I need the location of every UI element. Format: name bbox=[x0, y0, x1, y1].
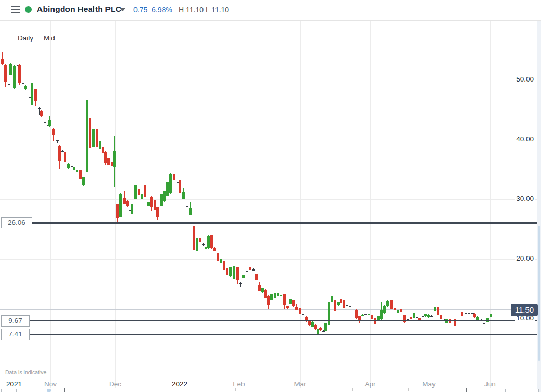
candle-down bbox=[226, 268, 228, 275]
candle-up bbox=[99, 141, 101, 149]
candle-up bbox=[141, 194, 143, 199]
candle-down bbox=[52, 129, 55, 135]
x-axis-label: Jun bbox=[484, 380, 496, 388]
candle-doji bbox=[202, 244, 205, 245]
v-gridline bbox=[370, 21, 371, 388]
candle-up bbox=[163, 191, 166, 201]
candle-down bbox=[96, 129, 98, 146]
candle-up bbox=[368, 314, 370, 315]
candle-down bbox=[173, 174, 175, 181]
candle-down bbox=[4, 65, 7, 82]
candle-down bbox=[340, 299, 342, 303]
candle-up bbox=[270, 294, 273, 300]
candle-up bbox=[169, 174, 172, 194]
candle-down bbox=[334, 300, 336, 311]
bottom-axis-tick bbox=[235, 388, 236, 391]
candle-up bbox=[131, 204, 133, 214]
x-axis-label: Apr bbox=[364, 380, 375, 388]
candle-doji bbox=[239, 283, 242, 284]
x-axis-label: 2021 bbox=[6, 380, 22, 388]
candle-down bbox=[286, 306, 289, 309]
candle-doji bbox=[346, 305, 348, 306]
candle-up bbox=[13, 66, 16, 89]
menu-icon[interactable] bbox=[11, 6, 20, 13]
candlestick-chart[interactable]: 2021NovDec2022FebMarAprMayJun50.0040.003… bbox=[0, 0, 541, 392]
candle-down bbox=[473, 314, 476, 317]
candle-down bbox=[156, 207, 159, 217]
chevron-down-icon[interactable] bbox=[120, 8, 125, 11]
candle-up bbox=[67, 164, 70, 168]
level-line bbox=[29, 320, 538, 321]
candle-down bbox=[437, 307, 439, 315]
candle-down bbox=[64, 152, 66, 161]
candle-up bbox=[324, 323, 327, 331]
scrollbar-right-handle[interactable] bbox=[505, 389, 539, 392]
bottom-axis-tick bbox=[408, 388, 409, 391]
v-gridline bbox=[429, 21, 429, 388]
candle-down bbox=[213, 248, 216, 251]
price-change-pct: 6.98% bbox=[152, 6, 172, 14]
candle-doji bbox=[430, 316, 433, 317]
candle-doji bbox=[483, 323, 485, 324]
candle-down bbox=[179, 180, 181, 193]
candle-down bbox=[295, 307, 298, 310]
candle-doji bbox=[322, 331, 325, 332]
bottom-axis-marker bbox=[47, 389, 51, 392]
level-line-thick bbox=[31, 222, 538, 224]
candle-up bbox=[160, 194, 163, 206]
candle-down bbox=[299, 308, 301, 313]
v-gridline bbox=[300, 21, 301, 388]
candle-up bbox=[476, 317, 479, 320]
candle-up bbox=[289, 299, 292, 304]
bottom-axis-tick bbox=[175, 388, 175, 391]
vertical-scrollbar-thumb[interactable] bbox=[538, 226, 540, 361]
candle-down bbox=[138, 189, 140, 195]
candle-doji bbox=[364, 314, 367, 315]
candle-up bbox=[119, 194, 122, 217]
level-label-box[interactable]: 7.41 bbox=[1, 329, 30, 340]
candle-doji bbox=[246, 271, 248, 272]
candle-down bbox=[267, 296, 270, 305]
disclaimer-text: Data is indicative bbox=[5, 369, 46, 375]
candle-down bbox=[394, 308, 396, 310]
h-gridline bbox=[0, 140, 537, 140]
price-type-button[interactable]: Mid bbox=[44, 34, 55, 42]
h-gridline bbox=[0, 199, 537, 200]
candle-down bbox=[319, 328, 322, 330]
candle-up bbox=[189, 208, 192, 215]
v-gridline bbox=[115, 21, 116, 388]
candle-up bbox=[397, 310, 399, 313]
x-axis-label: May bbox=[422, 380, 436, 388]
scrollbar-left-handle[interactable] bbox=[1, 389, 17, 392]
candle-up bbox=[147, 202, 150, 206]
instrument-title[interactable]: Abingdon Health PLC bbox=[37, 5, 121, 14]
candle-down bbox=[210, 235, 213, 248]
candle-up bbox=[274, 293, 276, 298]
candle-down bbox=[371, 315, 373, 319]
candle-down bbox=[107, 158, 110, 165]
candle-down bbox=[410, 317, 412, 320]
candle-up bbox=[86, 100, 88, 172]
timeframe-button[interactable]: Daily bbox=[18, 34, 33, 42]
candle-doji bbox=[8, 84, 10, 85]
bottom-axis-tick bbox=[352, 388, 353, 391]
candle-down bbox=[258, 285, 261, 291]
candle-up bbox=[82, 177, 85, 185]
level-line bbox=[29, 334, 538, 335]
candle-up bbox=[277, 293, 279, 296]
candle-up bbox=[113, 151, 116, 167]
candle-up bbox=[328, 302, 330, 325]
candle-up bbox=[182, 192, 185, 199]
candle-up bbox=[490, 314, 492, 317]
header: Abingdon Health PLC 0.75 6.98% H 11.10 L… bbox=[0, 0, 541, 21]
candle-up bbox=[427, 315, 430, 317]
v-gridline bbox=[180, 21, 180, 388]
bottom-axis-tick bbox=[121, 388, 121, 391]
candle-down bbox=[1, 59, 4, 65]
level-label-box[interactable]: 9.67 bbox=[1, 315, 30, 327]
candle-up bbox=[413, 313, 415, 318]
level-label-box[interactable]: 26.06 bbox=[1, 217, 32, 228]
candle-down bbox=[454, 319, 456, 326]
candle-down bbox=[355, 310, 358, 318]
candle-down bbox=[89, 118, 91, 149]
